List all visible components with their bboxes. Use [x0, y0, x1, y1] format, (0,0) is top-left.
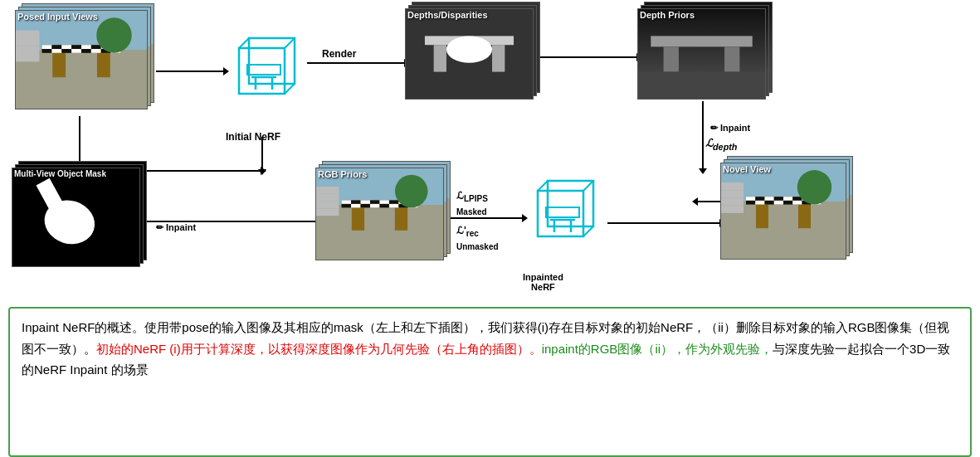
posed-input-label: Posed Input Views: [17, 12, 98, 22]
lrec-label: ℒ'recUnmasked: [456, 224, 499, 254]
text-content: Inpaint NeRF的概述。使用带pose的输入图像及其相应的mask（左上…: [22, 317, 958, 381]
svg-rect-8: [247, 65, 280, 75]
arrow-depths-to-priors: [539, 56, 637, 58]
svg-line-2: [239, 38, 249, 48]
diagram-area: Posed Input Views Depths/Disparities Dep…: [0, 0, 980, 307]
arrow-novel-back: [697, 201, 722, 202]
arrow-prior-down: [702, 101, 704, 169]
ldepth-label: ℒdepth: [705, 137, 737, 152]
arrow-nerf-down: [261, 137, 263, 170]
initial-nerf-label: Initial NeRF: [226, 131, 280, 143]
mask-label: Multi-View Object Mask: [14, 169, 106, 178]
svg-rect-9: [538, 191, 583, 236]
depth-priors-label: Depth Priors: [640, 10, 695, 20]
svg-line-3: [285, 38, 295, 48]
inpaint-depth-label: ✏ Inpaint: [710, 123, 750, 134]
inpaint-rgb-label: ✏ Inpaint: [156, 222, 196, 233]
svg-line-13: [583, 226, 593, 236]
inpainted-nerf-icon: [521, 174, 604, 274]
depths-label: Depths/Disparities: [407, 10, 488, 20]
render-label: Render: [322, 48, 356, 60]
arrow-nerf-to-depths: [307, 62, 405, 64]
text-part-2: 初始的NeRF (i)用于计算深度，以获得深度图像作为几何先验（右上角的插图）。: [96, 342, 542, 356]
arrow-posed-to-nerf: [156, 70, 224, 72]
svg-line-11: [538, 181, 548, 191]
arrow-inerf-to-novel: [607, 222, 720, 224]
initial-nerf-icon: [222, 32, 305, 131]
novel-view-label: Novel View: [723, 164, 771, 174]
main-container: Posed Input Views Depths/Disparities Dep…: [0, 0, 980, 457]
rgb-priors-label: RGB Priors: [318, 169, 367, 179]
llpips-label: ℒLPIPSMasked: [456, 189, 488, 219]
svg-rect-17: [546, 207, 579, 217]
inpainted-nerf-label: InpaintedNeRF: [523, 272, 563, 292]
svg-line-12: [583, 181, 593, 191]
arrow-posed-to-mask: [79, 116, 80, 168]
arrow-horiz-to-rgb: [145, 170, 261, 172]
svg-rect-0: [239, 48, 285, 94]
text-block: Inpaint NeRF的概述。使用带pose的输入图像及其相应的mask（左上…: [8, 307, 972, 457]
svg-line-4: [285, 84, 295, 94]
text-part-3: inpaint的RGB图像（ii），作为外观先验，: [542, 342, 773, 356]
